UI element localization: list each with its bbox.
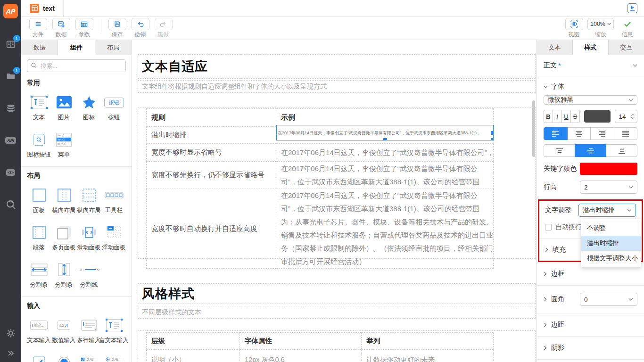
font-attr-cell[interactable]: 12px 灰色0.6 (240, 350, 362, 362)
comp-icon-button[interactable]: 图标按钮 (27, 130, 51, 159)
sidebar-docs-button[interactable]: 1 (5, 38, 17, 50)
styles-table-container[interactable]: 层级 字体属性 举列 说明（小） 12px 灰色0.6 让数据驱动更好的未来 (138, 330, 536, 362)
tab-data[interactable]: 数据 (21, 40, 58, 55)
canvas-scrollbar[interactable] (532, 100, 535, 157)
font-family-select[interactable]: 微软雅黑 (544, 95, 637, 105)
collapse-sidebar-button[interactable] (7, 349, 15, 357)
selected-text-component[interactable]: 在2017年06月14日这天，李俊创立了“武汉奇普微半导体有限公司”，位于武汉市… (276, 125, 494, 140)
comp-vertical-layout[interactable]: 纵向布局 (77, 186, 101, 214)
tab-interaction[interactable]: 交互 (609, 40, 644, 55)
comp-splitter-horizontal[interactable]: 分割条 (27, 260, 51, 289)
style-preset-row[interactable]: 正文 * (537, 55, 644, 76)
data-button[interactable]: 数据 (50, 18, 72, 39)
preview-run-button[interactable] (627, 3, 637, 13)
example2-cell[interactable]: 让数据驱动更好的未来 (362, 350, 494, 362)
shadow-section-header[interactable]: 阴影 (537, 336, 644, 359)
comp-floating-panel[interactable]: 浮动面板 (102, 223, 126, 252)
comp-radio[interactable]: 单选框 (52, 353, 76, 362)
resize-handle-right[interactable] (491, 131, 494, 135)
sidebar-files-button[interactable]: 1 (5, 70, 17, 82)
align-justify-button[interactable] (614, 127, 638, 140)
info-button[interactable]: 信息 (616, 18, 638, 39)
comp-paragraph[interactable]: 段落 (27, 223, 51, 252)
comp-number-input[interactable]: 123I 数值输入 (52, 316, 76, 345)
comp-text-input[interactable]: I输入... 文本输入 (27, 316, 51, 345)
comp-image[interactable]: 图片 (52, 93, 76, 122)
resize-handle-bottom-right[interactable] (491, 138, 494, 140)
design-canvas[interactable]: 文本自适应 文本组件将根据规则自适应调整组件和字体的大小以及呈现方式 规则 示例… (132, 40, 537, 362)
dropdown-option-shrink-on-overflow[interactable]: 溢出时缩排 (581, 236, 641, 251)
comp-button[interactable]: 按钮 按钮 (102, 93, 126, 122)
comp-text[interactable]: 文本 (27, 93, 51, 122)
example-cell[interactable]: 在2017年06月14日这天，李俊创立了“武汉奇普微半导体有限公司”，位于武汉市… (276, 189, 494, 269)
example-cell[interactable]: 在2017年06月14日这天，李俊创立了“武汉奇普微半导体有限公司”，... (276, 144, 494, 162)
keyword-color-swatch[interactable] (580, 163, 637, 175)
stepper-arrows[interactable] (631, 114, 635, 119)
comp-sliding-panel[interactable]: 滑动面板 (77, 223, 101, 252)
search-input[interactable] (27, 59, 126, 72)
valign-bottom-button[interactable] (606, 144, 637, 157)
tab-text[interactable]: 文本 (537, 40, 572, 55)
comp-checkbox[interactable]: 勾选框 (27, 353, 51, 362)
dropdown-option-no-adjust[interactable]: 不调整 (581, 221, 641, 236)
redo-button[interactable]: 重做 (152, 18, 174, 39)
radius-select[interactable]: 0 (580, 293, 637, 306)
example-cell[interactable]: 在2017年06月14日这天，李俊创立了“武汉奇普微半导体有限公司”，位于武汉市… (276, 162, 494, 189)
radius-section-header[interactable]: 圆角 0 (537, 285, 644, 313)
bold-button[interactable]: B (544, 110, 553, 123)
sidebar-api-button[interactable]: API (5, 134, 17, 147)
tab-components[interactable]: 组件 (58, 40, 95, 55)
zoom-control[interactable]: 100% 缩放 (586, 18, 615, 39)
auto-wrap-checkbox[interactable] (545, 224, 552, 230)
view-button[interactable]: 视图 (563, 18, 585, 39)
undo-button[interactable]: 撤销 (129, 18, 151, 39)
example-cell-selected[interactable]: 在2017年06月14日这天，李俊创立了“武汉奇普微半导体有限公司”，位于武汉市… (276, 127, 494, 144)
sidebar-code-button[interactable]: </> (5, 166, 17, 179)
underline-button[interactable]: U (561, 110, 571, 123)
sidebar-database-button[interactable] (5, 102, 17, 115)
dropdown-option-resize-to-text[interactable]: 根据文字调整大小 (581, 251, 641, 266)
comp-checkbox-panel[interactable]: 选项一 选项二 多选面板 (77, 353, 101, 362)
valign-top-button[interactable] (544, 144, 575, 157)
rule-cell[interactable]: 宽度不够先换行，仍不够显示省略号 (147, 162, 276, 189)
comp-splitter-vertical[interactable]: 分割条 (52, 260, 76, 289)
comp-toolbar[interactable]: 工具栏 (102, 186, 126, 214)
line-height-select[interactable]: 2 (580, 181, 637, 194)
font-section-header[interactable]: 字体 (537, 76, 644, 91)
file-button[interactable]: 文件 (27, 18, 49, 39)
sidebar-search-button[interactable] (5, 198, 17, 211)
align-center-button[interactable] (567, 127, 591, 140)
save-button[interactable]: 保存 (106, 18, 128, 39)
strikethrough-button[interactable]: S (570, 110, 580, 123)
canvas-subtitle-block[interactable]: 文本组件将根据规则自适应调整组件和字体的大小以及呈现方式 (138, 80, 536, 93)
comp-multipage-panel[interactable]: 多页面板 (52, 223, 76, 252)
app-logo[interactable]: AP (3, 4, 18, 18)
align-right-button[interactable] (590, 127, 614, 140)
comp-richtext-input[interactable]: 富文本输入 (102, 316, 126, 345)
level-cell[interactable]: 说明（小） (147, 350, 240, 362)
rules-table-container[interactable]: 规则 示例 溢出时缩排 在2017年06月14日这天，李俊创立了“武汉奇普微半导… (138, 107, 536, 259)
canvas-title-block[interactable]: 文本自适应 (138, 54, 536, 79)
document-tab[interactable]: text (21, 0, 64, 16)
comp-icon[interactable]: 图标 (77, 93, 101, 122)
align-left-button[interactable] (544, 127, 568, 140)
italic-button[interactable]: I (553, 110, 562, 123)
comp-multiline-input[interactable]: 多行输入 (77, 316, 101, 345)
resize-handle-bottom-center[interactable] (383, 138, 387, 140)
font-color-swatch[interactable] (584, 110, 611, 123)
comp-horizontal-layout[interactable]: 横向布局 (52, 186, 76, 214)
margin-section-header[interactable]: 边距 (537, 313, 644, 336)
font-size-stepper[interactable]: 14 (615, 110, 638, 123)
comp-panel[interactable]: 面板 (27, 186, 51, 214)
text-adjust-select[interactable]: 溢出时缩排 (578, 204, 636, 217)
valign-middle-button[interactable] (575, 144, 606, 157)
canvas-subtitle-block-2[interactable]: 不同层级样式的文本 (138, 306, 536, 319)
rule-cell[interactable]: 溢出时缩排 (147, 127, 276, 144)
params-button[interactable]: 参数 (73, 18, 95, 39)
tab-layout[interactable]: 布局 (95, 40, 132, 55)
conditional-style-section-header[interactable]: 条件样式 (537, 359, 644, 362)
tab-style[interactable]: 样式 (572, 40, 609, 55)
comp-divider-line[interactable]: TXT 分割线 (77, 260, 101, 289)
comp-menu[interactable]: Item1 Item2 Item3 菜单 (52, 130, 76, 159)
rule-cell[interactable]: 宽度不够时显示省略号 (147, 144, 276, 162)
